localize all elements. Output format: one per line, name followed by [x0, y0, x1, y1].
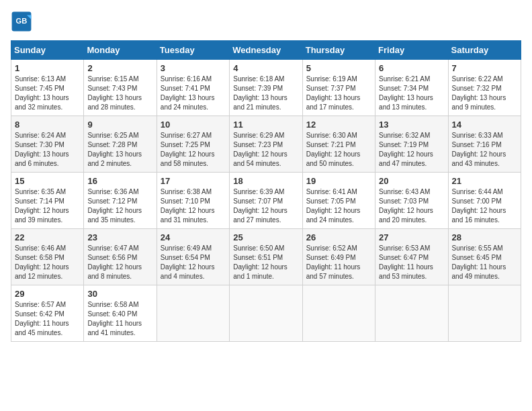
- day-number: 8: [15, 120, 80, 130]
- calendar-cell: 9Sunrise: 6:25 AM Sunset: 7:28 PM Daylig…: [84, 116, 157, 173]
- calendar-cell: 4Sunrise: 6:18 AM Sunset: 7:39 PM Daylig…: [230, 60, 302, 116]
- day-info: Sunrise: 6:15 AM Sunset: 7:43 PM Dayligh…: [87, 75, 152, 112]
- day-info: Sunrise: 6:24 AM Sunset: 7:30 PM Dayligh…: [15, 131, 80, 169]
- calendar: SundayMondayTuesdayWednesdayThursdayFrid…: [11, 40, 521, 342]
- day-number: 19: [306, 176, 371, 186]
- day-number: 15: [15, 176, 80, 186]
- day-info: Sunrise: 6:18 AM Sunset: 7:39 PM Dayligh…: [233, 75, 298, 112]
- calendar-cell: 3Sunrise: 6:16 AM Sunset: 7:41 PM Daylig…: [157, 60, 229, 116]
- day-number: 4: [233, 63, 298, 73]
- calendar-cell: 22Sunrise: 6:46 AM Sunset: 6:58 PM Dayli…: [11, 229, 84, 285]
- calendar-cell: [448, 285, 521, 342]
- col-header-friday: Friday: [375, 41, 448, 60]
- day-info: Sunrise: 6:41 AM Sunset: 7:05 PM Dayligh…: [306, 187, 371, 225]
- day-info: Sunrise: 6:47 AM Sunset: 6:56 PM Dayligh…: [87, 244, 152, 281]
- day-number: 13: [379, 120, 444, 130]
- day-info: Sunrise: 6:21 AM Sunset: 7:34 PM Dayligh…: [379, 75, 444, 112]
- col-header-monday: Monday: [84, 41, 157, 60]
- logo-icon: GB: [11, 11, 32, 32]
- calendar-cell: 8Sunrise: 6:24 AM Sunset: 7:30 PM Daylig…: [11, 116, 84, 173]
- day-number: 25: [233, 232, 298, 242]
- day-info: Sunrise: 6:35 AM Sunset: 7:14 PM Dayligh…: [15, 187, 80, 225]
- day-info: Sunrise: 6:25 AM Sunset: 7:28 PM Dayligh…: [87, 131, 152, 169]
- day-info: Sunrise: 6:16 AM Sunset: 7:41 PM Dayligh…: [161, 75, 226, 112]
- col-header-thursday: Thursday: [302, 41, 375, 60]
- day-info: Sunrise: 6:49 AM Sunset: 6:54 PM Dayligh…: [161, 244, 226, 281]
- day-number: 1: [15, 63, 80, 73]
- col-header-tuesday: Tuesday: [157, 41, 229, 60]
- calendar-cell: 17Sunrise: 6:38 AM Sunset: 7:10 PM Dayli…: [157, 173, 229, 229]
- calendar-row: 22Sunrise: 6:46 AM Sunset: 6:58 PM Dayli…: [11, 229, 521, 285]
- col-header-wednesday: Wednesday: [230, 41, 302, 60]
- day-number: 20: [379, 176, 444, 186]
- day-number: 12: [306, 120, 371, 130]
- calendar-cell: 5Sunrise: 6:19 AM Sunset: 7:37 PM Daylig…: [302, 60, 375, 116]
- day-number: 21: [452, 176, 517, 186]
- calendar-cell: 2Sunrise: 6:15 AM Sunset: 7:43 PM Daylig…: [84, 60, 157, 116]
- calendar-cell: 14Sunrise: 6:33 AM Sunset: 7:16 PM Dayli…: [448, 116, 521, 173]
- day-info: Sunrise: 6:19 AM Sunset: 7:37 PM Dayligh…: [306, 75, 371, 112]
- day-number: 2: [87, 63, 152, 73]
- day-number: 9: [87, 120, 152, 130]
- calendar-cell: [375, 285, 448, 342]
- calendar-cell: 23Sunrise: 6:47 AM Sunset: 6:56 PM Dayli…: [84, 229, 157, 285]
- day-info: Sunrise: 6:29 AM Sunset: 7:23 PM Dayligh…: [233, 131, 298, 169]
- day-number: 28: [452, 232, 517, 242]
- calendar-cell: 21Sunrise: 6:44 AM Sunset: 7:00 PM Dayli…: [448, 173, 521, 229]
- calendar-cell: 13Sunrise: 6:32 AM Sunset: 7:19 PM Dayli…: [375, 116, 448, 173]
- calendar-cell: 15Sunrise: 6:35 AM Sunset: 7:14 PM Dayli…: [11, 173, 84, 229]
- calendar-row: 1Sunrise: 6:13 AM Sunset: 7:45 PM Daylig…: [11, 60, 521, 116]
- day-number: 27: [379, 232, 444, 242]
- calendar-cell: 1Sunrise: 6:13 AM Sunset: 7:45 PM Daylig…: [11, 60, 84, 116]
- calendar-cell: 29Sunrise: 6:57 AM Sunset: 6:42 PM Dayli…: [11, 285, 84, 342]
- day-info: Sunrise: 6:22 AM Sunset: 7:32 PM Dayligh…: [452, 75, 517, 112]
- day-info: Sunrise: 6:55 AM Sunset: 6:45 PM Dayligh…: [452, 244, 517, 281]
- day-number: 29: [15, 289, 80, 299]
- calendar-cell: 28Sunrise: 6:55 AM Sunset: 6:45 PM Dayli…: [448, 229, 521, 285]
- day-info: Sunrise: 6:43 AM Sunset: 7:03 PM Dayligh…: [379, 187, 444, 225]
- day-number: 23: [87, 232, 152, 242]
- day-info: Sunrise: 6:58 AM Sunset: 6:40 PM Dayligh…: [87, 300, 152, 338]
- logo: GB: [11, 11, 35, 32]
- calendar-cell: 30Sunrise: 6:58 AM Sunset: 6:40 PM Dayli…: [84, 285, 157, 342]
- day-info: Sunrise: 6:32 AM Sunset: 7:19 PM Dayligh…: [379, 131, 444, 169]
- day-number: 3: [161, 63, 226, 73]
- col-header-sunday: Sunday: [11, 41, 84, 60]
- day-number: 17: [161, 176, 226, 186]
- day-number: 11: [233, 120, 298, 130]
- calendar-cell: 7Sunrise: 6:22 AM Sunset: 7:32 PM Daylig…: [448, 60, 521, 116]
- page-header: GB: [11, 11, 521, 32]
- day-number: 16: [87, 176, 152, 186]
- day-number: 22: [15, 232, 80, 242]
- day-info: Sunrise: 6:27 AM Sunset: 7:25 PM Dayligh…: [161, 131, 226, 169]
- calendar-row: 8Sunrise: 6:24 AM Sunset: 7:30 PM Daylig…: [11, 116, 521, 173]
- day-number: 26: [306, 232, 371, 242]
- calendar-cell: 27Sunrise: 6:53 AM Sunset: 6:47 PM Dayli…: [375, 229, 448, 285]
- day-info: Sunrise: 6:36 AM Sunset: 7:12 PM Dayligh…: [87, 187, 152, 225]
- day-info: Sunrise: 6:52 AM Sunset: 6:49 PM Dayligh…: [306, 244, 371, 281]
- day-info: Sunrise: 6:33 AM Sunset: 7:16 PM Dayligh…: [452, 131, 517, 169]
- day-number: 6: [379, 63, 444, 73]
- day-info: Sunrise: 6:30 AM Sunset: 7:21 PM Dayligh…: [306, 131, 371, 169]
- calendar-cell: 16Sunrise: 6:36 AM Sunset: 7:12 PM Dayli…: [84, 173, 157, 229]
- calendar-cell: [302, 285, 375, 342]
- day-number: 14: [452, 120, 517, 130]
- day-number: 18: [233, 176, 298, 186]
- calendar-cell: 20Sunrise: 6:43 AM Sunset: 7:03 PM Dayli…: [375, 173, 448, 229]
- svg-text:GB: GB: [16, 17, 28, 25]
- calendar-cell: [230, 285, 302, 342]
- calendar-cell: 10Sunrise: 6:27 AM Sunset: 7:25 PM Dayli…: [157, 116, 229, 173]
- calendar-cell: 25Sunrise: 6:50 AM Sunset: 6:51 PM Dayli…: [230, 229, 302, 285]
- day-info: Sunrise: 6:44 AM Sunset: 7:00 PM Dayligh…: [452, 187, 517, 225]
- calendar-cell: 18Sunrise: 6:39 AM Sunset: 7:07 PM Dayli…: [230, 173, 302, 229]
- day-info: Sunrise: 6:50 AM Sunset: 6:51 PM Dayligh…: [233, 244, 298, 281]
- day-info: Sunrise: 6:13 AM Sunset: 7:45 PM Dayligh…: [15, 75, 80, 112]
- day-info: Sunrise: 6:38 AM Sunset: 7:10 PM Dayligh…: [161, 187, 226, 225]
- day-number: 7: [452, 63, 517, 73]
- calendar-cell: 24Sunrise: 6:49 AM Sunset: 6:54 PM Dayli…: [157, 229, 229, 285]
- day-info: Sunrise: 6:46 AM Sunset: 6:58 PM Dayligh…: [15, 244, 80, 281]
- calendar-cell: 12Sunrise: 6:30 AM Sunset: 7:21 PM Dayli…: [302, 116, 375, 173]
- calendar-cell: [157, 285, 229, 342]
- calendar-cell: 11Sunrise: 6:29 AM Sunset: 7:23 PM Dayli…: [230, 116, 302, 173]
- calendar-cell: 6Sunrise: 6:21 AM Sunset: 7:34 PM Daylig…: [375, 60, 448, 116]
